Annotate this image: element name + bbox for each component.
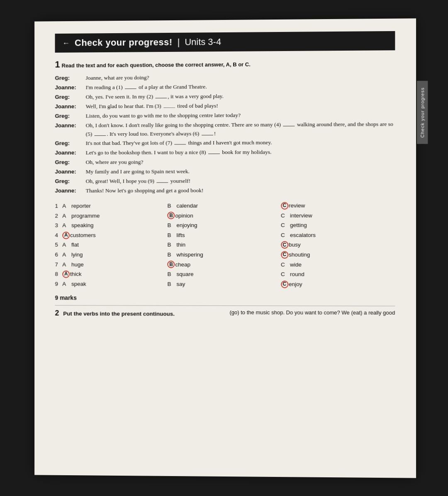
- speaker-greg-2: Greg:: [55, 93, 85, 101]
- dialogue-line-8: Joanne: Let's go to the bookshop then. I…: [55, 147, 395, 157]
- answer-6b: B whispering: [168, 249, 278, 259]
- answer-8a: 8 A thick: [55, 269, 164, 279]
- header-separator: |: [178, 37, 180, 47]
- answer-8c: C round: [281, 269, 395, 279]
- answer-3c: C getting: [281, 220, 395, 230]
- marks-line: 9 marks: [55, 294, 395, 301]
- circle-6c: C: [281, 251, 288, 258]
- answer-5b: B thin: [168, 240, 278, 250]
- back-arrow-icon: ←: [62, 39, 70, 47]
- answers-col-1: 1 A reporter 2 A programme 3 A speaking …: [55, 201, 167, 289]
- speech-joanne-4: Let's go to the bookshop then. I want to…: [86, 148, 272, 157]
- answer-1a: 1 A reporter: [55, 201, 164, 211]
- dialogue-container: Greg: Joanne, what are you doing? Joanne…: [55, 72, 395, 195]
- speech-joanne-6: Thanks! Now let's go shopping and get a …: [86, 186, 204, 195]
- answer-7c: C wide: [281, 259, 395, 269]
- circle-4a: A: [62, 231, 70, 239]
- answer-9b: B say: [168, 279, 278, 289]
- dialogue-line-12: Joanne: Thanks! Now let's go shopping an…: [55, 186, 395, 195]
- section-2: 2 Put the verbs into the present continu…: [55, 305, 395, 318]
- answers-col-2: B calendar B opinion B enjoying B lifts …: [168, 200, 281, 289]
- answer-5c: C busy: [281, 240, 395, 250]
- circle-9c: C: [281, 280, 288, 288]
- speaker-greg-3: Greg:: [55, 112, 85, 120]
- answer-4b: B lifts: [168, 230, 278, 240]
- header-bar: ← Check your progress! | Units 3-4: [55, 31, 395, 52]
- section-2-number: 2: [55, 309, 59, 318]
- circle-7b: B: [168, 261, 175, 268]
- page-container: Check your progress ← Check your progres…: [34, 18, 416, 478]
- speaker-greg-6: Greg:: [55, 177, 85, 186]
- speaker-joanne-3: Joanne:: [55, 121, 85, 139]
- speech-joanne-2: Well, I'm glad to hear that. I'm (3) tir…: [86, 101, 218, 110]
- dialogue-line-1: Greg: Joanne, what are you doing?: [55, 72, 395, 83]
- speaker-joanne-6: Joanne:: [55, 186, 85, 195]
- circle-8a: A: [62, 270, 70, 278]
- dialogue-line-4: Joanne: Well, I'm glad to hear that. I'm…: [55, 100, 395, 111]
- answer-1b: B calendar: [168, 200, 278, 210]
- answers-col-3: C review C interview C getting C escalat…: [281, 200, 395, 289]
- side-tab: Check your progress: [417, 81, 428, 144]
- section-1-number: 1: [55, 59, 60, 69]
- header-title-bold: Check your progress!: [75, 37, 173, 48]
- header-units: Units 3-4: [185, 37, 221, 48]
- speech-greg-3: Listen, do you want to go with me to the…: [86, 111, 241, 120]
- section-1: 1 Read the text and for each question, c…: [55, 57, 395, 302]
- section-2-instruction: Put the verbs into the present continuou…: [63, 310, 175, 317]
- answer-9a: 9 A speak: [55, 279, 164, 289]
- speech-joanne-1: I'm reading a (1) of a play at the Grand…: [86, 83, 207, 92]
- speaker-greg-5: Greg:: [55, 158, 85, 167]
- answer-6c: C shouting: [281, 249, 395, 259]
- answer-9c: C enjoy: [281, 279, 395, 289]
- speech-greg-4: It's not that bad. They've got lots of (…: [86, 139, 272, 148]
- answer-3b: B enjoying: [168, 220, 278, 230]
- circle-2b: B: [168, 212, 175, 219]
- speaker-joanne-5: Joanne:: [55, 168, 85, 176]
- dialogue-line-11: Greg: Oh, great! Well, I hope you (9) yo…: [55, 176, 395, 186]
- speech-joanne-5: My family and I are going to Spain next …: [86, 167, 190, 176]
- answer-2a: 2 A programme: [55, 210, 164, 220]
- answers-section: 1 A reporter 2 A programme 3 A speaking …: [55, 200, 395, 289]
- answer-7a: 7 A huge: [55, 259, 164, 269]
- answer-5a: 5 A flat: [55, 240, 164, 250]
- circle-5c: C: [281, 241, 288, 249]
- dialogue-line-5: Greg: Listen, do you want to go with me …: [55, 110, 395, 120]
- dialogue-line-10: Joanne: My family and I are going to Spa…: [55, 167, 395, 176]
- answer-2c: C interview: [281, 210, 395, 220]
- dialogue-line-6: Joanne: Oh, I don't know. I don't really…: [55, 120, 395, 138]
- answer-6a: 6 A lying: [55, 249, 164, 259]
- answer-8b: B square: [168, 269, 278, 279]
- speaker-greg-1: Greg:: [55, 74, 85, 83]
- section-2-right-text: (go) to the music shop. Do you want to c…: [183, 309, 395, 318]
- speaker-joanne-1: Joanne:: [55, 83, 85, 92]
- dialogue-line-9: Greg: Oh, where are you going?: [55, 157, 395, 166]
- answer-4c: C escalators: [281, 230, 395, 240]
- circle-1c: C: [281, 202, 288, 209]
- answer-4a: 4 A customers: [55, 230, 164, 240]
- speech-greg-1: Joanne, what are you doing?: [86, 73, 149, 83]
- answer-7b: B cheap: [168, 259, 278, 269]
- speech-greg-5: Oh, where are you going?: [86, 158, 144, 166]
- dialogue-line-3: Greg: Oh, yes. I've seen it. In my (2) ,…: [55, 91, 395, 101]
- speech-joanne-3: Oh, I don't know. I don't really like go…: [86, 120, 395, 138]
- speaker-joanne-2: Joanne:: [55, 102, 85, 111]
- speech-greg-2: Oh, yes. I've seen it. In my (2) , it wa…: [86, 92, 224, 101]
- speech-greg-6: Oh, great! Well, I hope you (9) yourself…: [86, 177, 191, 186]
- answer-2b: B opinion: [168, 210, 278, 220]
- answer-1c: C review: [281, 200, 395, 210]
- dialogue-line-7: Greg: It's not that bad. They've got lot…: [55, 138, 395, 148]
- answer-3a: 3 A speaking: [55, 220, 164, 230]
- speaker-joanne-4: Joanne:: [55, 149, 85, 157]
- dialogue-line-2: Joanne: I'm reading a (1) of a play at t…: [55, 81, 395, 92]
- section-1-instruction: Read the text and for each question, cho…: [62, 61, 251, 68]
- speaker-greg-4: Greg:: [55, 139, 85, 148]
